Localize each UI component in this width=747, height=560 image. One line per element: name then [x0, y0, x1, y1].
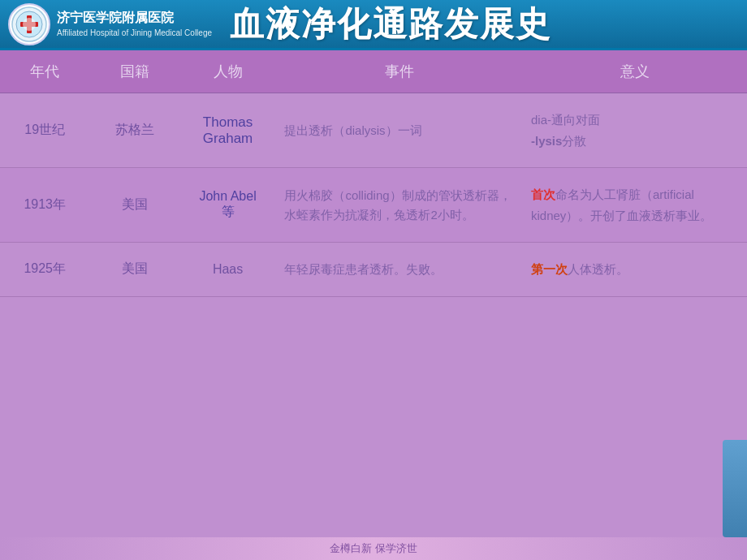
table-header-row: 年代 国籍 人物 事件 意义	[0, 50, 747, 93]
cell-country-3: 美国	[89, 243, 179, 297]
cell-country-2: 美国	[89, 168, 179, 243]
table-row: 19世纪 苏格兰 Thomas Graham 提出透析（dialysis）一词 …	[0, 93, 747, 168]
cell-event-2: 用火棉胶（colliding）制成的管状透析器，水蛭素作为抗凝剂，兔透析2小时。	[276, 168, 523, 243]
cell-event-3: 年轻尿毒症患者透析。失败。	[276, 243, 523, 297]
footer-text: 金樽白新 保学济世	[330, 541, 417, 556]
logo-circle	[8, 3, 50, 45]
hospital-name-en: Affiliated Hospital of Jining Medical Co…	[57, 28, 212, 39]
cell-person-1: Thomas Graham	[179, 93, 277, 168]
logo-area: 济宁医学院附属医院 Affiliated Hospital of Jining …	[8, 3, 212, 45]
cell-meaning-3: 第一次人体透析。	[523, 243, 747, 297]
cell-year-2: 1913年	[0, 168, 89, 243]
col-header-year: 年代	[0, 50, 89, 93]
col-header-country: 国籍	[89, 50, 179, 93]
page-title: 血液净化通路发展史	[230, 2, 551, 47]
col-header-person: 人物	[179, 50, 277, 93]
cell-meaning-1: dia-通向对面-lysis分散	[523, 93, 747, 168]
cell-event-1: 提出透析（dialysis）一词	[276, 93, 523, 168]
cell-person-3: Haas	[179, 243, 277, 297]
header: 济宁医学院附属医院 Affiliated Hospital of Jining …	[0, 0, 747, 50]
footer: 金樽白新 保学济世	[0, 537, 747, 560]
svg-point-4	[23, 18, 36, 31]
history-table: 年代 国籍 人物 事件 意义 19世纪 苏格兰 Thomas Graham 提出…	[0, 50, 747, 297]
cell-year-3: 1925年	[0, 243, 89, 297]
deco-bar-right	[723, 440, 747, 537]
main-content: 年代 国籍 人物 事件 意义 19世纪 苏格兰 Thomas Graham 提出…	[0, 50, 747, 297]
cell-year-1: 19世纪	[0, 93, 89, 168]
cell-country-1: 苏格兰	[89, 93, 179, 168]
hospital-name-cn: 济宁医学院附属医院	[57, 9, 212, 27]
table-row: 1925年 美国 Haas 年轻尿毒症患者透析。失败。 第一次人体透析。	[0, 243, 747, 297]
col-header-meaning: 意义	[523, 50, 747, 93]
col-header-event: 事件	[276, 50, 523, 93]
table-row: 1913年 美国 John Abel等 用火棉胶（colliding）制成的管状…	[0, 168, 747, 243]
cell-meaning-2: 首次命名为人工肾脏（artificial kidney）。开创了血液透析事业。	[523, 168, 747, 243]
cell-person-2: John Abel等	[179, 168, 277, 243]
hospital-name: 济宁医学院附属医院 Affiliated Hospital of Jining …	[57, 9, 212, 38]
